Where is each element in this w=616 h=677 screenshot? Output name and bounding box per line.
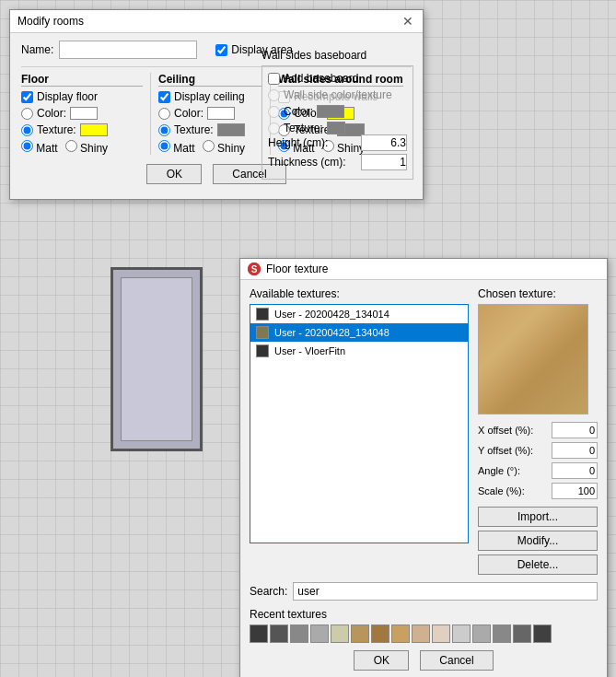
search-label: Search: (250, 585, 287, 598)
modify-rooms-ok-button[interactable]: OK (146, 164, 202, 184)
recent-label: Recent textures (250, 608, 598, 621)
modify-rooms-dialog: Modify rooms ✕ Name: Display area Floor … (9, 9, 424, 200)
floor-texture-swatch[interactable] (80, 123, 108, 136)
available-textures-label: Available textures: (250, 287, 469, 300)
y-offset-row: Y offset (%): (478, 442, 598, 459)
recent-swatch[interactable] (513, 624, 531, 643)
baseboard-color-radio (268, 106, 280, 118)
recent-swatches (250, 624, 598, 643)
recent-swatch[interactable] (290, 624, 308, 643)
wall-side-radio (268, 89, 280, 101)
modify-rooms-titlebar: Modify rooms ✕ (10, 10, 423, 33)
baseboard-texture-swatch (327, 122, 345, 134)
floor-texture-cancel-button[interactable]: Cancel (420, 650, 493, 671)
recent-swatch[interactable] (493, 624, 511, 643)
ceiling-color-swatch[interactable] (207, 107, 235, 120)
recent-swatch[interactable] (351, 624, 369, 643)
name-label: Name: (21, 43, 53, 56)
chosen-texture-preview (478, 304, 588, 414)
display-ceiling-label: Display ceiling (174, 90, 245, 103)
floor-color-row: Color: (21, 107, 143, 120)
recent-swatch[interactable] (432, 624, 450, 643)
scale-input[interactable] (552, 483, 598, 499)
modify-rooms-title: Modify rooms (17, 15, 84, 28)
display-floor-checkbox[interactable] (21, 91, 33, 103)
floor-section: Floor Display floor Color: Texture: (21, 73, 150, 155)
x-offset-input[interactable] (552, 422, 598, 438)
recent-swatch[interactable] (250, 624, 268, 643)
ceiling-texture-radio[interactable] (158, 124, 170, 136)
angle-label: Angle (°): (478, 465, 552, 476)
baseboard-color-label: Color: (284, 105, 313, 118)
room-drawing (110, 267, 203, 451)
ceiling-texture-swatch[interactable] (217, 123, 245, 136)
ceiling-matt-radio[interactable] (158, 140, 170, 152)
display-ceiling-checkbox[interactable] (158, 91, 170, 103)
floor-title: Floor (21, 73, 143, 87)
display-ceiling-row: Display ceiling (158, 90, 262, 103)
floor-shiny-radio[interactable] (65, 140, 77, 152)
add-baseboard-row: Add baseboard (268, 72, 407, 85)
ft-right-panel: Chosen texture: X offset (%): Y offset (… (478, 287, 598, 575)
import-button[interactable]: Import... (478, 507, 598, 527)
texture-item[interactable]: User - 20200428_134014 (250, 305, 468, 323)
recent-swatch[interactable] (452, 624, 471, 643)
ceiling-shiny-radio[interactable] (203, 140, 215, 152)
floor-texture-radio[interactable] (21, 124, 33, 136)
floor-color-radio[interactable] (21, 108, 33, 120)
scale-row: Scale (%): (478, 483, 598, 499)
display-area-checkbox[interactable] (215, 44, 227, 56)
recent-swatch[interactable] (412, 624, 430, 643)
baseboard-texture-radio (268, 123, 280, 134)
baseboard-color-row: Color: (268, 105, 407, 118)
baseboard-height-row: Height (cm): (268, 134, 407, 151)
search-input[interactable] (293, 582, 598, 601)
floor-color-swatch[interactable] (70, 107, 98, 120)
add-baseboard-label: Add baseboard (284, 72, 358, 85)
room-inner (121, 277, 192, 441)
y-offset-input[interactable] (552, 442, 598, 459)
floor-texture-body: Available textures: User - 20200428_1340… (240, 280, 607, 677)
texture-thumb (256, 308, 269, 321)
recent-swatch[interactable] (331, 624, 349, 643)
wall-baseboard-section: Wall sides baseboard Add baseboard Wall … (262, 49, 413, 180)
floor-matt-shiny-row: Matt Shiny (21, 140, 143, 155)
floor-texture-titlebar: S Floor texture (240, 259, 607, 280)
floor-shiny-label: Shiny (65, 140, 108, 155)
x-offset-label: X offset (%): (478, 425, 552, 436)
angle-row: Angle (°): (478, 462, 598, 479)
baseboard-color-swatch (317, 105, 344, 118)
recent-swatch[interactable] (270, 624, 288, 643)
add-baseboard-checkbox[interactable] (268, 73, 280, 85)
ceiling-color-radio[interactable] (158, 108, 170, 120)
angle-input[interactable] (552, 462, 598, 479)
floor-matt-radio[interactable] (21, 140, 33, 152)
ceiling-texture-row: Texture: (158, 123, 262, 136)
name-input[interactable] (59, 41, 197, 59)
recent-swatch[interactable] (391, 624, 410, 643)
delete-button[interactable]: Delete... (478, 554, 598, 575)
recent-swatch[interactable] (472, 624, 491, 643)
display-floor-row: Display floor (21, 90, 143, 103)
ceiling-color-row: Color: (158, 107, 262, 120)
modify-rooms-close-button[interactable]: ✕ (401, 14, 415, 29)
wall-side-label: Wall side color/texture (284, 88, 392, 101)
texture-item[interactable]: User - 20200428_134048 (250, 323, 468, 342)
floor-texture-row: Texture: (21, 123, 143, 136)
floor-texture-two-col: Available textures: User - 20200428_1340… (250, 287, 598, 575)
modify-rooms-body: Name: Display area Floor Display floor C… (10, 33, 423, 199)
modify-button[interactable]: Modify... (478, 531, 598, 551)
texture-list[interactable]: User - 20200428_134014 User - 20200428_1… (250, 304, 469, 543)
recent-swatch[interactable] (371, 624, 389, 643)
floor-texture-ok-button[interactable]: OK (354, 650, 409, 671)
recent-swatch[interactable] (533, 624, 552, 643)
recent-swatch[interactable] (310, 624, 329, 643)
ft-left-panel: Available textures: User - 20200428_1340… (250, 287, 469, 575)
texture-item[interactable]: User - VloerFitn (250, 342, 468, 360)
ceiling-matt-shiny-row: Matt Shiny (158, 140, 262, 155)
baseboard-thickness-input[interactable] (361, 154, 407, 170)
baseboard-height-input[interactable] (361, 134, 407, 151)
floor-matt-label: Matt (21, 140, 58, 155)
y-offset-label: Y offset (%): (478, 445, 552, 456)
ceiling-matt-label: Matt (158, 140, 195, 155)
